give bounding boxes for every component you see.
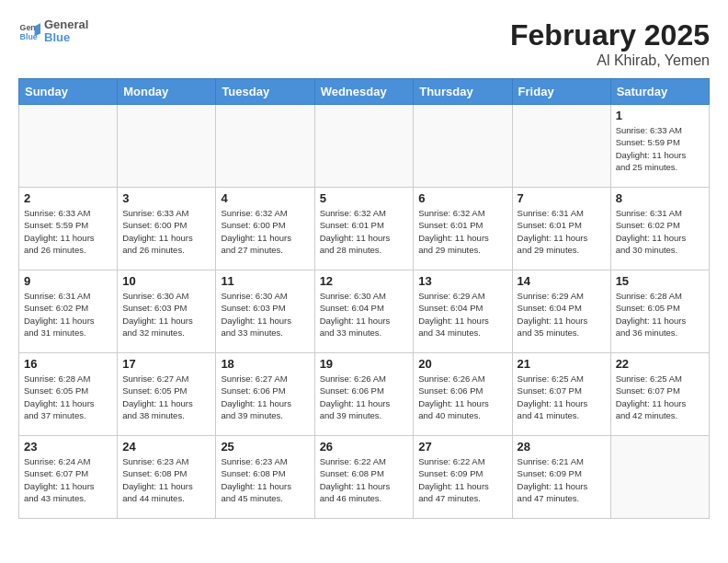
day-number: 27 bbox=[418, 440, 506, 454]
logo-line1: General bbox=[44, 18, 88, 31]
day-number: 17 bbox=[122, 357, 210, 371]
calendar-cell: 23Sunrise: 6:24 AM Sunset: 6:07 PM Dayli… bbox=[19, 436, 118, 519]
day-number: 1 bbox=[616, 109, 704, 122]
calendar-cell: 5Sunrise: 6:32 AM Sunset: 6:01 PM Daylig… bbox=[314, 188, 414, 270]
calendar-cell: 6Sunrise: 6:32 AM Sunset: 6:01 PM Daylig… bbox=[414, 188, 512, 270]
day-number: 10 bbox=[122, 274, 210, 288]
page-header: General Blue General Blue February 2025 … bbox=[18, 18, 710, 69]
week-row-3: 9Sunrise: 6:31 AM Sunset: 6:02 PM Daylig… bbox=[19, 270, 710, 353]
column-header-thursday: Thursday bbox=[414, 79, 512, 105]
calendar-table: SundayMondayTuesdayWednesdayThursdayFrid… bbox=[18, 78, 710, 519]
day-number: 2 bbox=[24, 191, 112, 205]
calendar-cell: 17Sunrise: 6:27 AM Sunset: 6:05 PM Dayli… bbox=[118, 353, 216, 436]
column-header-sunday: Sunday bbox=[19, 79, 118, 105]
column-header-friday: Friday bbox=[512, 79, 610, 105]
day-number: 3 bbox=[122, 191, 210, 205]
column-header-monday: Monday bbox=[118, 79, 216, 105]
day-info: Sunrise: 6:32 AM Sunset: 6:01 PM Dayligh… bbox=[320, 207, 409, 256]
calendar-cell bbox=[216, 105, 314, 188]
week-row-1: 1Sunrise: 6:33 AM Sunset: 5:59 PM Daylig… bbox=[19, 105, 710, 188]
day-number: 6 bbox=[418, 191, 506, 205]
day-number: 9 bbox=[24, 274, 112, 288]
logo: General Blue General Blue bbox=[18, 18, 88, 45]
day-number: 12 bbox=[320, 274, 409, 288]
logo-icon: General Blue bbox=[18, 20, 40, 42]
calendar-cell: 7Sunrise: 6:31 AM Sunset: 6:01 PM Daylig… bbox=[512, 188, 610, 270]
calendar-cell: 12Sunrise: 6:30 AM Sunset: 6:04 PM Dayli… bbox=[314, 270, 414, 353]
day-number: 11 bbox=[221, 274, 309, 288]
column-header-wednesday: Wednesday bbox=[314, 79, 414, 105]
day-number: 8 bbox=[616, 191, 704, 205]
day-info: Sunrise: 6:21 AM Sunset: 6:09 PM Dayligh… bbox=[518, 455, 606, 504]
calendar-cell: 19Sunrise: 6:26 AM Sunset: 6:06 PM Dayli… bbox=[314, 353, 414, 436]
calendar-cell: 10Sunrise: 6:30 AM Sunset: 6:03 PM Dayli… bbox=[118, 270, 216, 353]
day-number: 4 bbox=[221, 191, 309, 205]
calendar-cell bbox=[314, 105, 414, 188]
calendar-cell: 16Sunrise: 6:28 AM Sunset: 6:05 PM Dayli… bbox=[19, 353, 118, 436]
day-number: 26 bbox=[320, 440, 409, 454]
day-number: 7 bbox=[518, 191, 606, 205]
day-info: Sunrise: 6:33 AM Sunset: 5:59 PM Dayligh… bbox=[616, 124, 704, 173]
calendar-cell bbox=[512, 105, 610, 188]
day-info: Sunrise: 6:29 AM Sunset: 6:04 PM Dayligh… bbox=[418, 290, 506, 339]
calendar-cell: 8Sunrise: 6:31 AM Sunset: 6:02 PM Daylig… bbox=[610, 188, 709, 270]
day-info: Sunrise: 6:33 AM Sunset: 5:59 PM Dayligh… bbox=[24, 207, 112, 256]
day-number: 15 bbox=[616, 274, 704, 288]
week-row-4: 16Sunrise: 6:28 AM Sunset: 6:05 PM Dayli… bbox=[19, 353, 710, 436]
day-number: 25 bbox=[221, 440, 309, 454]
calendar-cell: 11Sunrise: 6:30 AM Sunset: 6:03 PM Dayli… bbox=[216, 270, 314, 353]
week-row-5: 23Sunrise: 6:24 AM Sunset: 6:07 PM Dayli… bbox=[19, 436, 710, 519]
page-subtitle: Al Khirab, Yemen bbox=[510, 52, 710, 69]
day-info: Sunrise: 6:24 AM Sunset: 6:07 PM Dayligh… bbox=[24, 455, 112, 504]
week-row-2: 2Sunrise: 6:33 AM Sunset: 5:59 PM Daylig… bbox=[19, 188, 710, 270]
day-info: Sunrise: 6:28 AM Sunset: 6:05 PM Dayligh… bbox=[616, 290, 704, 339]
calendar-header-row: SundayMondayTuesdayWednesdayThursdayFrid… bbox=[19, 79, 710, 105]
day-info: Sunrise: 6:27 AM Sunset: 6:06 PM Dayligh… bbox=[221, 373, 309, 421]
day-info: Sunrise: 6:27 AM Sunset: 6:05 PM Dayligh… bbox=[122, 373, 210, 421]
day-number: 18 bbox=[221, 357, 309, 371]
title-block: February 2025 Al Khirab, Yemen bbox=[510, 18, 710, 69]
day-info: Sunrise: 6:30 AM Sunset: 6:03 PM Dayligh… bbox=[221, 290, 309, 339]
day-number: 22 bbox=[616, 357, 704, 371]
calendar-cell: 27Sunrise: 6:22 AM Sunset: 6:09 PM Dayli… bbox=[414, 436, 512, 519]
calendar-cell: 25Sunrise: 6:23 AM Sunset: 6:08 PM Dayli… bbox=[216, 436, 314, 519]
day-info: Sunrise: 6:33 AM Sunset: 6:00 PM Dayligh… bbox=[122, 207, 210, 256]
calendar-cell: 13Sunrise: 6:29 AM Sunset: 6:04 PM Dayli… bbox=[414, 270, 512, 353]
column-header-tuesday: Tuesday bbox=[216, 79, 314, 105]
calendar-cell: 4Sunrise: 6:32 AM Sunset: 6:00 PM Daylig… bbox=[216, 188, 314, 270]
day-number: 16 bbox=[24, 357, 112, 371]
day-info: Sunrise: 6:22 AM Sunset: 6:08 PM Dayligh… bbox=[320, 455, 409, 504]
calendar-cell: 2Sunrise: 6:33 AM Sunset: 5:59 PM Daylig… bbox=[19, 188, 118, 270]
calendar-cell: 18Sunrise: 6:27 AM Sunset: 6:06 PM Dayli… bbox=[216, 353, 314, 436]
day-info: Sunrise: 6:28 AM Sunset: 6:05 PM Dayligh… bbox=[24, 373, 112, 421]
calendar-cell: 3Sunrise: 6:33 AM Sunset: 6:00 PM Daylig… bbox=[118, 188, 216, 270]
day-number: 23 bbox=[24, 440, 112, 454]
day-number: 19 bbox=[320, 357, 409, 371]
day-number: 5 bbox=[320, 191, 409, 205]
day-number: 20 bbox=[418, 357, 506, 371]
day-number: 14 bbox=[518, 274, 606, 288]
logo-line2: Blue bbox=[44, 31, 88, 44]
day-info: Sunrise: 6:25 AM Sunset: 6:07 PM Dayligh… bbox=[518, 373, 606, 421]
day-info: Sunrise: 6:31 AM Sunset: 6:01 PM Dayligh… bbox=[518, 207, 606, 256]
calendar-cell bbox=[610, 436, 709, 519]
calendar-cell: 20Sunrise: 6:26 AM Sunset: 6:06 PM Dayli… bbox=[414, 353, 512, 436]
calendar-cell: 14Sunrise: 6:29 AM Sunset: 6:04 PM Dayli… bbox=[512, 270, 610, 353]
day-info: Sunrise: 6:29 AM Sunset: 6:04 PM Dayligh… bbox=[518, 290, 606, 339]
day-number: 24 bbox=[122, 440, 210, 454]
day-info: Sunrise: 6:22 AM Sunset: 6:09 PM Dayligh… bbox=[418, 455, 506, 504]
day-info: Sunrise: 6:26 AM Sunset: 6:06 PM Dayligh… bbox=[320, 373, 409, 421]
day-info: Sunrise: 6:30 AM Sunset: 6:04 PM Dayligh… bbox=[320, 290, 409, 339]
logo-text: General Blue bbox=[44, 18, 88, 45]
calendar-cell bbox=[414, 105, 512, 188]
day-number: 28 bbox=[518, 440, 606, 454]
column-header-saturday: Saturday bbox=[610, 79, 709, 105]
calendar-cell: 28Sunrise: 6:21 AM Sunset: 6:09 PM Dayli… bbox=[512, 436, 610, 519]
day-info: Sunrise: 6:23 AM Sunset: 6:08 PM Dayligh… bbox=[221, 455, 309, 504]
calendar-cell: 9Sunrise: 6:31 AM Sunset: 6:02 PM Daylig… bbox=[19, 270, 118, 353]
day-info: Sunrise: 6:31 AM Sunset: 6:02 PM Dayligh… bbox=[616, 207, 704, 256]
calendar-cell: 26Sunrise: 6:22 AM Sunset: 6:08 PM Dayli… bbox=[314, 436, 414, 519]
calendar-cell: 21Sunrise: 6:25 AM Sunset: 6:07 PM Dayli… bbox=[512, 353, 610, 436]
day-info: Sunrise: 6:32 AM Sunset: 6:00 PM Dayligh… bbox=[221, 207, 309, 256]
day-info: Sunrise: 6:25 AM Sunset: 6:07 PM Dayligh… bbox=[616, 373, 704, 421]
